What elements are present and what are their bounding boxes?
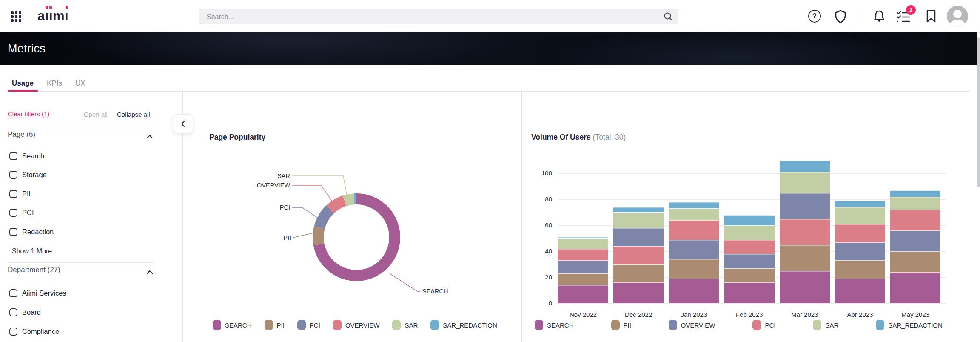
- bar-Mar-2023-PII[interactable]: [780, 245, 830, 271]
- bar-Feb-2023-PII[interactable]: [724, 268, 775, 283]
- bar-Apr-2023-SAR_REDACTION[interactable]: [835, 201, 885, 207]
- bar-Apr-2023-OVERVIEW[interactable]: [835, 242, 885, 261]
- bar-Jan-2023-SAR_REDACTION[interactable]: [669, 202, 719, 208]
- bar-Nov-2022-SAR[interactable]: [558, 239, 608, 249]
- bar-Dec-2022-SAR_REDACTION[interactable]: [613, 207, 664, 212]
- legend-item-search[interactable]: SEARCH: [535, 320, 574, 330]
- legend-item-pii[interactable]: PII: [611, 320, 631, 330]
- bar-Apr-2023-PII[interactable]: [835, 260, 885, 279]
- legend-swatch: [876, 320, 884, 330]
- bar-Dec-2022-PCI[interactable]: [613, 246, 664, 264]
- bar-Feb-2023-SAR_REDACTION[interactable]: [724, 215, 775, 225]
- checkbox-unchecked[interactable]: [9, 209, 17, 217]
- bar-May-2023-SEARCH[interactable]: [890, 272, 940, 303]
- legend-item-overview[interactable]: OVERVIEW: [333, 320, 380, 330]
- filter-section-department[interactable]: Department (27): [8, 266, 60, 274]
- search-icon[interactable]: [664, 12, 673, 23]
- collapse-panel-button[interactable]: [173, 114, 193, 134]
- bar-Apr-2023-SEARCH[interactable]: [835, 279, 885, 303]
- donut-slice-SAR[interactable]: [343, 193, 354, 206]
- search-input[interactable]: [206, 9, 658, 25]
- bar-May-2023-PCI[interactable]: [890, 210, 940, 230]
- bar-Jan-2023-SAR[interactable]: [669, 208, 719, 220]
- legend-item-overview[interactable]: OVERVIEW: [669, 320, 715, 330]
- filter-option-pci[interactable]: PCI: [9, 208, 34, 218]
- filter-option-compliance[interactable]: Compliance: [9, 327, 59, 336]
- bar-Feb-2023-PCI[interactable]: [724, 240, 775, 254]
- bar-Jan-2023-PII[interactable]: [669, 259, 719, 279]
- donut-slice-SEARCH[interactable]: [313, 193, 400, 281]
- bar-Dec-2022-SAR[interactable]: [613, 213, 664, 228]
- clear-filters-link[interactable]: Clear filters (1): [8, 110, 49, 118]
- checkbox-unchecked[interactable]: [9, 152, 17, 160]
- aiimi-logo[interactable]: aıımı: [37, 9, 68, 24]
- donut-slice-SAR_REDACTION[interactable]: [354, 193, 356, 204]
- donut-slice-PII[interactable]: [313, 226, 325, 245]
- legend-item-pci[interactable]: PCI: [752, 320, 775, 330]
- bookmark-icon[interactable]: [926, 9, 937, 25]
- checkbox-unchecked[interactable]: [9, 171, 17, 179]
- bar-Feb-2023-SAR[interactable]: [724, 225, 775, 240]
- legend-item-pci[interactable]: PCI: [297, 320, 320, 330]
- checkbox-unchecked[interactable]: [9, 308, 17, 316]
- bar-Dec-2022-OVERVIEW[interactable]: [613, 228, 664, 246]
- donut-slice-PCI[interactable]: [314, 205, 334, 229]
- legend-item-pii[interactable]: PII: [265, 320, 285, 330]
- help-icon[interactable]: ?: [808, 10, 821, 23]
- chevron-up-icon[interactable]: [146, 133, 153, 137]
- bar-May-2023-OVERVIEW[interactable]: [890, 230, 940, 251]
- tab-ux[interactable]: UX: [75, 79, 85, 88]
- bell-icon[interactable]: [872, 9, 886, 25]
- bar-May-2023-PII[interactable]: [890, 251, 940, 272]
- bar-Feb-2023-OVERVIEW[interactable]: [724, 254, 775, 268]
- bar-Mar-2023-OVERVIEW[interactable]: [780, 193, 830, 219]
- bar-Nov-2022-SEARCH[interactable]: [558, 285, 608, 303]
- filter-option-aiimi-services[interactable]: Aiimi Services: [9, 288, 66, 298]
- filter-option-label: Board: [22, 308, 41, 316]
- bar-May-2023-SAR_REDACTION[interactable]: [890, 190, 940, 197]
- filter-option-search[interactable]: Search: [9, 151, 44, 161]
- legend-item-sar_redaction[interactable]: SAR_REDACTION: [876, 320, 943, 330]
- chevron-up-icon[interactable]: [146, 268, 153, 273]
- bar-Feb-2023-SEARCH[interactable]: [724, 282, 775, 303]
- legend-item-search[interactable]: SEARCH: [213, 320, 252, 330]
- filter-option-redaction[interactable]: Redaction: [9, 227, 54, 236]
- scrollbar-thumb[interactable]: [977, 37, 980, 187]
- checkbox-unchecked[interactable]: [9, 328, 17, 336]
- tab-kpis[interactable]: KPIs: [47, 79, 62, 88]
- bar-Apr-2023-SAR[interactable]: [835, 207, 885, 224]
- tab-usage[interactable]: Usage: [12, 79, 34, 88]
- show-more-link[interactable]: Show 1 More: [12, 247, 52, 255]
- bar-May-2023-SAR[interactable]: [890, 197, 940, 210]
- filter-section-page[interactable]: Page (6): [8, 130, 35, 139]
- bar-Apr-2023-PCI[interactable]: [835, 224, 885, 242]
- bar-Mar-2023-SEARCH[interactable]: [780, 271, 830, 303]
- legend-item-sar_redaction[interactable]: SAR_REDACTION: [430, 320, 497, 330]
- bar-Mar-2023-SAR_REDACTION[interactable]: [780, 161, 830, 172]
- shield-icon[interactable]: [834, 9, 847, 26]
- bar-Nov-2022-PII[interactable]: [558, 273, 608, 285]
- bar-Jan-2023-OVERVIEW[interactable]: [669, 240, 719, 259]
- checkbox-unchecked[interactable]: [9, 190, 17, 198]
- filter-option-board[interactable]: Board: [9, 308, 41, 317]
- checkbox-unchecked[interactable]: [9, 289, 17, 297]
- bar-Nov-2022-PCI[interactable]: [558, 249, 608, 260]
- bar-Nov-2022-OVERVIEW[interactable]: [558, 260, 608, 273]
- legend-item-sar[interactable]: SAR: [392, 320, 418, 330]
- bar-Jan-2023-PCI[interactable]: [669, 220, 719, 240]
- bar-Dec-2022-PII[interactable]: [613, 264, 664, 283]
- filter-option-storage[interactable]: Storage: [9, 170, 47, 180]
- bar-Mar-2023-SAR[interactable]: [780, 172, 830, 193]
- donut-slice-OVERVIEW[interactable]: [326, 195, 346, 213]
- bar-Nov-2022-SAR_REDACTION[interactable]: [558, 237, 608, 238]
- bar-Jan-2023-SEARCH[interactable]: [669, 279, 719, 303]
- bar-Dec-2022-SEARCH[interactable]: [613, 282, 664, 303]
- collapse-all-link[interactable]: Collapse all: [117, 111, 150, 118]
- avatar[interactable]: [947, 6, 968, 27]
- bar-Mar-2023-PCI[interactable]: [780, 219, 830, 245]
- checkbox-unchecked[interactable]: [9, 228, 17, 236]
- app-grid-icon[interactable]: [11, 11, 21, 22]
- filter-option-pii[interactable]: PII: [9, 189, 31, 198]
- open-all-link[interactable]: Open all: [84, 111, 108, 118]
- legend-item-sar[interactable]: SAR: [813, 320, 838, 330]
